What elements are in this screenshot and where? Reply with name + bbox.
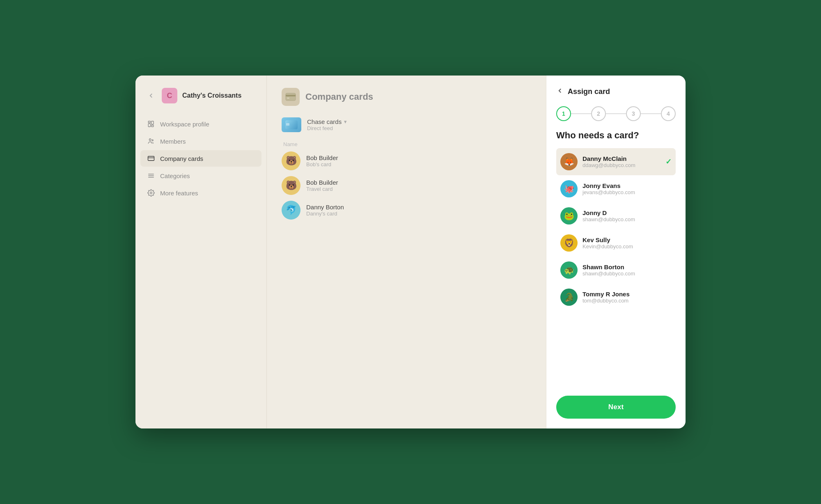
members-label: Members: [160, 138, 186, 145]
avatar: 🐻: [282, 176, 300, 195]
sidebar-item-company-cards[interactable]: Company cards: [140, 150, 261, 167]
members-icon: [147, 137, 155, 145]
chase-title: Chase cards ▾: [307, 118, 347, 125]
assign-header: Assign card: [556, 87, 676, 96]
card-item-label: Bob's card: [306, 161, 338, 167]
step-3[interactable]: 3: [626, 106, 641, 121]
name-col-label: Name: [282, 141, 531, 147]
steps-row: 1 2 3 4: [556, 106, 676, 121]
card-item-info: Bob Builder Travel card: [306, 179, 338, 192]
step-1[interactable]: 1: [556, 106, 571, 121]
step-line-1: [571, 113, 591, 114]
step-line-2: [606, 113, 626, 114]
chase-card-icon: [282, 117, 301, 132]
person-item[interactable]: 🐸 Jonny D shawn@dubbyco.com: [556, 202, 676, 229]
person-item[interactable]: 🐙 Jonny Evans jevans@dubbyco.com: [556, 175, 676, 202]
company-avatar: C: [162, 88, 177, 103]
sidebar-back-button[interactable]: [145, 90, 157, 101]
svg-rect-10: [286, 95, 296, 96]
avatar: 🐸: [560, 207, 578, 225]
person-info: Kev Sully Kevin@dubbyco.com: [582, 236, 672, 250]
person-name: Jonny D: [582, 209, 672, 216]
chase-section[interactable]: Chase cards ▾ Direct feed: [282, 117, 531, 132]
person-info: Tommy R Jones tom@dubbyco.com: [582, 291, 672, 304]
card-item-name: Danny Borton: [306, 204, 344, 211]
person-email: ddawg@dubbyco.com: [582, 162, 660, 168]
step-line-3: [641, 113, 661, 114]
card-item[interactable]: 🐻 Bob Builder Bob's card: [282, 151, 531, 170]
svg-rect-0: [148, 121, 150, 123]
person-info: Jonny Evans jevans@dubbyco.com: [582, 182, 672, 195]
person-item[interactable]: 🐊 Tommy R Jones tom@dubbyco.com: [556, 284, 676, 311]
avatar: 🦁: [560, 234, 578, 252]
svg-rect-1: [148, 124, 150, 127]
person-name: Jonny Evans: [582, 182, 672, 189]
card-item-label: Danny's card: [306, 211, 344, 217]
person-name: Kev Sully: [582, 236, 672, 243]
sidebar-item-categories[interactable]: Categories: [140, 167, 261, 184]
gear-icon: [147, 189, 155, 197]
person-name: Tommy R Jones: [582, 291, 672, 298]
avatar: 🐬: [282, 201, 300, 220]
sidebar-item-more-features[interactable]: More features: [140, 185, 261, 201]
person-item[interactable]: 🦁 Kev Sully Kevin@dubbyco.com: [556, 229, 676, 257]
person-item[interactable]: 🦊 Danny McClain ddawg@dubbyco.com ✓: [556, 148, 676, 175]
card-item-name: Bob Builder: [306, 179, 338, 186]
person-info: Shawn Borton shawn@dubbyco.com: [582, 263, 672, 277]
avatar: 🐙: [560, 180, 578, 197]
avatar: 🦊: [560, 153, 578, 170]
sidebar-item-members[interactable]: Members: [140, 133, 261, 149]
sidebar-nav: Workspace profile Members Company cards …: [135, 116, 266, 201]
main-header: Company cards: [282, 88, 531, 106]
chase-subtitle: Direct feed: [307, 125, 347, 131]
svg-point-5: [152, 140, 153, 141]
categories-icon: [147, 172, 155, 180]
card-item-info: Bob Builder Bob's card: [306, 154, 338, 167]
person-info: Jonny D shawn@dubbyco.com: [582, 209, 672, 222]
company-name: Cathy's Croissants: [182, 92, 241, 99]
svg-rect-2: [151, 125, 154, 127]
company-cards-icon: [147, 154, 155, 163]
avatar: 🐢: [560, 261, 578, 279]
categories-label: Categories: [160, 172, 190, 179]
person-item[interactable]: 🐢 Shawn Borton shawn@dubbyco.com: [556, 257, 676, 284]
assign-back-button[interactable]: [556, 87, 564, 96]
sidebar-item-workspace[interactable]: Workspace profile: [140, 116, 261, 132]
svg-point-4: [149, 139, 151, 141]
person-email: Kevin@dubbyco.com: [582, 243, 672, 250]
next-button[interactable]: Next: [556, 396, 676, 419]
step-4[interactable]: 4: [661, 106, 676, 121]
svg-rect-6: [148, 156, 154, 161]
who-needs-card-question: Who needs a card?: [556, 130, 676, 141]
card-item-info: Danny Borton Danny's card: [306, 204, 344, 217]
person-email: shawn@dubbyco.com: [582, 270, 672, 277]
card-item[interactable]: 🐬 Danny Borton Danny's card: [282, 201, 531, 220]
right-panel: Assign card 1 2 3 4 Who needs a card? 🦊 …: [546, 76, 686, 428]
card-item[interactable]: 🐻 Bob Builder Travel card: [282, 176, 531, 195]
step-2[interactable]: 2: [591, 106, 606, 121]
person-info: Danny McClain ddawg@dubbyco.com: [582, 155, 660, 168]
card-item-name: Bob Builder: [306, 154, 338, 161]
svg-point-8: [150, 192, 152, 194]
check-icon: ✓: [665, 157, 672, 166]
assign-card-title: Assign card: [568, 87, 610, 96]
workspace-icon: [147, 120, 155, 128]
chase-info: Chase cards ▾ Direct feed: [307, 118, 347, 131]
app-container: C Cathy's Croissants Workspace profile M…: [135, 76, 686, 428]
card-item-label: Travel card: [306, 186, 338, 192]
more-features-label: More features: [160, 190, 198, 197]
svg-rect-13: [286, 123, 289, 126]
person-email: shawn@dubbyco.com: [582, 216, 672, 222]
person-name: Danny McClain: [582, 155, 660, 162]
page-icon: [282, 88, 300, 106]
company-cards-label: Company cards: [160, 155, 203, 162]
person-list: 🦊 Danny McClain ddawg@dubbyco.com ✓ 🐙 Jo…: [556, 148, 676, 387]
workspace-label: Workspace profile: [160, 121, 209, 128]
sidebar: C Cathy's Croissants Workspace profile M…: [135, 76, 267, 428]
person-email: jevans@dubbyco.com: [582, 189, 672, 195]
person-email: tom@dubbyco.com: [582, 298, 672, 304]
person-name: Shawn Borton: [582, 263, 672, 270]
svg-rect-3: [151, 121, 154, 124]
chevron-down-icon: ▾: [344, 119, 347, 125]
avatar: 🐻: [282, 151, 300, 170]
